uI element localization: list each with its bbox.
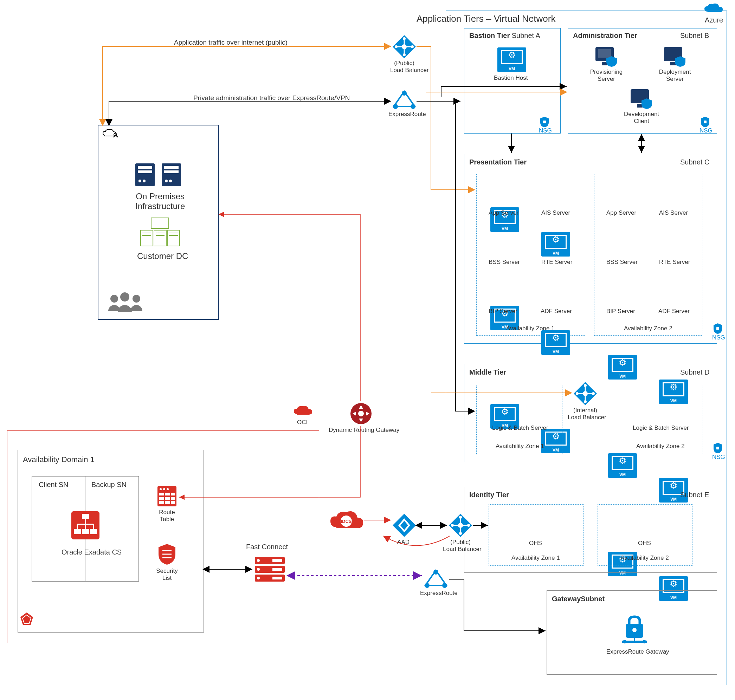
connectors	[0, 0, 735, 700]
